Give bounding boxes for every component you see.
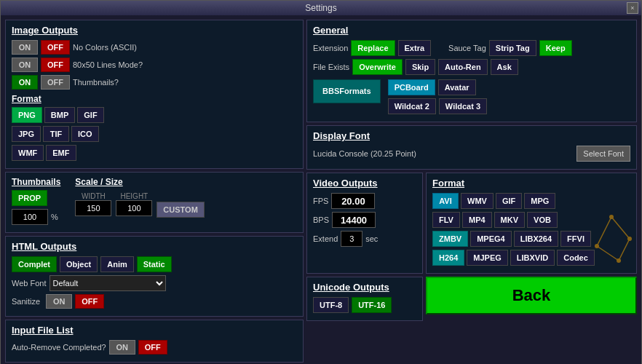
bottom-row: Unicode Outputs UTF-8 UTF-16 Back [306, 277, 637, 321]
ask-btn[interactable]: Ask [491, 59, 518, 75]
sec-label: sec [365, 234, 378, 243]
webfont-select[interactable]: Default [49, 275, 166, 291]
html-outputs-panel: HTML Outputs Complet Object Anim Static … [5, 236, 304, 317]
prop-btn[interactable]: PROP [12, 190, 47, 206]
ffvi-btn[interactable]: FFVI [560, 231, 591, 247]
svg-point-4 [609, 215, 614, 219]
fps-input[interactable]: 20.00 [331, 193, 375, 209]
wildcat2-btn[interactable]: Wildcat 2 [388, 98, 436, 114]
keep-btn[interactable]: Keep [539, 40, 572, 56]
right-column: General Extension Replace Extra Sauce Ta… [306, 20, 637, 364]
custom-btn[interactable]: CUSTOM [156, 202, 204, 218]
image-outputs-title: Image Outputs [12, 25, 297, 36]
tif-btn[interactable]: TIF [43, 126, 69, 142]
bps-label: BPS [313, 215, 329, 224]
main-content: Image Outputs ON OFF No Colors (ASCII) O… [1, 15, 641, 364]
unicode-outputs-title: Unicode Outputs [313, 282, 416, 293]
height-input[interactable]: 100 [116, 200, 152, 216]
gif-btn[interactable]: GIF [77, 107, 103, 123]
ico-btn[interactable]: ICO [71, 126, 99, 142]
static-btn[interactable]: Static [137, 256, 172, 272]
extra-btn[interactable]: Extra [398, 40, 432, 56]
unicode-outputs-panel: Unicode Outputs UTF-8 UTF-16 [306, 277, 423, 321]
no-colors-on-btn[interactable]: ON [12, 40, 38, 55]
percent-input[interactable]: 100 [12, 209, 48, 225]
thumbs-on-btn[interactable]: ON [12, 75, 38, 90]
lines-label: 80x50 Lines Mode? [73, 60, 143, 69]
bbs-line2: Formats [339, 86, 370, 97]
skip-btn[interactable]: Skip [405, 59, 435, 75]
auto-remove-label: Auto-Remove Completed? [12, 343, 106, 352]
thumbs-label: Thumbnails? [73, 78, 119, 87]
bmp-btn[interactable]: BMP [44, 107, 75, 123]
jpg-btn[interactable]: JPG [12, 126, 41, 142]
webfont-label: Web Font [12, 279, 47, 288]
wmv-btn[interactable]: WMV [461, 193, 494, 209]
svg-line-2 [597, 217, 611, 246]
wildcat3-btn[interactable]: Wildcat 3 [439, 98, 487, 114]
input-file-list-panel: Input File List Auto-Remove Completed? O… [5, 320, 304, 363]
mp4-btn[interactable]: MP4 [462, 212, 492, 228]
svg-line-3 [597, 246, 619, 261]
h264-btn[interactable]: H264 [432, 250, 464, 266]
svg-point-5 [627, 237, 632, 241]
utf16-btn[interactable]: UTF-16 [352, 297, 392, 313]
select-font-btn[interactable]: Select Font [576, 146, 630, 162]
thumbnails-panel: Thumbnails PROP 100 % Scale / Size [5, 172, 304, 233]
mpeg4-btn[interactable]: MPEG4 [470, 231, 512, 247]
avi-btn[interactable]: AVI [432, 193, 459, 209]
display-font-title: Display Font [313, 130, 630, 141]
image-outputs-panel: Image Outputs ON OFF No Colors (ASCII) O… [5, 20, 304, 169]
wmf-btn[interactable]: WMF [12, 145, 44, 161]
no-colors-off-btn[interactable]: OFF [41, 40, 70, 55]
mkv-btn[interactable]: MKV [494, 212, 525, 228]
title-bar: Settings × [1, 1, 641, 15]
complete-btn[interactable]: Complet [12, 256, 57, 272]
video-format-title: Format [432, 178, 630, 189]
thumbs-off-btn[interactable]: OFF [41, 75, 70, 90]
lines-off-btn[interactable]: OFF [41, 58, 70, 72]
auto-remove-on-btn[interactable]: ON [109, 340, 135, 355]
close-button[interactable]: × [627, 2, 638, 14]
auto-remove-off-btn[interactable]: OFF [138, 340, 167, 355]
svg-line-1 [619, 239, 630, 261]
video-section: Video Outputs FPS 20.00 BPS 14400 Extend… [306, 173, 637, 274]
general-title: General [313, 25, 630, 36]
mpg-btn[interactable]: MPG [524, 193, 555, 209]
utf8-btn[interactable]: UTF-8 [313, 297, 349, 313]
bbs-line1: BBS [322, 86, 339, 97]
video-format-panel: Format AVI WMV GIF MPG FLV MP4 MKV VOB [426, 173, 637, 274]
anim-btn[interactable]: Anim [100, 256, 134, 272]
scale-title: Scale / Size [75, 177, 204, 187]
mjpeg-btn[interactable]: MJPEG [467, 250, 508, 266]
width-label: WIDTH [75, 192, 111, 200]
left-column: Image Outputs ON OFF No Colors (ASCII) O… [5, 20, 304, 364]
flv-btn[interactable]: FLV [432, 212, 460, 228]
png-btn[interactable]: PNG [12, 107, 42, 123]
bps-input[interactable]: 14400 [332, 212, 376, 228]
gif-video-btn[interactable]: GIF [496, 193, 522, 209]
libx264-btn[interactable]: LIBX264 [514, 231, 558, 247]
video-outputs-title: Video Outputs [313, 178, 416, 189]
format-title: Format [12, 94, 297, 104]
bbs-formats-btn[interactable]: BBS Formats [313, 79, 381, 103]
zmbv-btn[interactable]: ZMBV [432, 231, 468, 247]
sauce-tag-label: Sauce Tag [448, 44, 486, 52]
extend-input[interactable]: 3 [341, 231, 362, 247]
object-btn[interactable]: Object [60, 256, 98, 272]
pcboard-btn[interactable]: PCBoard [388, 79, 435, 95]
lines-on-btn[interactable]: ON [12, 58, 38, 72]
libxvid-btn[interactable]: LIBXVID [510, 250, 555, 266]
emf-btn[interactable]: EMF [46, 145, 76, 161]
replace-btn[interactable]: Replace [351, 40, 395, 56]
strip-tag-btn[interactable]: Strip Tag [489, 40, 536, 56]
sanitize-off-btn[interactable]: OFF [75, 294, 104, 309]
width-input[interactable]: 150 [75, 200, 111, 216]
window-title: Settings [305, 3, 336, 13]
auto-ren-btn[interactable]: Auto-Ren [438, 59, 488, 75]
back-btn[interactable]: Back [426, 277, 637, 314]
sanitize-on-btn[interactable]: ON [46, 294, 72, 309]
vob-btn[interactable]: VOB [527, 212, 558, 228]
overwrite-btn[interactable]: Overwrite [352, 59, 403, 75]
avatar-btn[interactable]: Avatar [438, 79, 476, 95]
